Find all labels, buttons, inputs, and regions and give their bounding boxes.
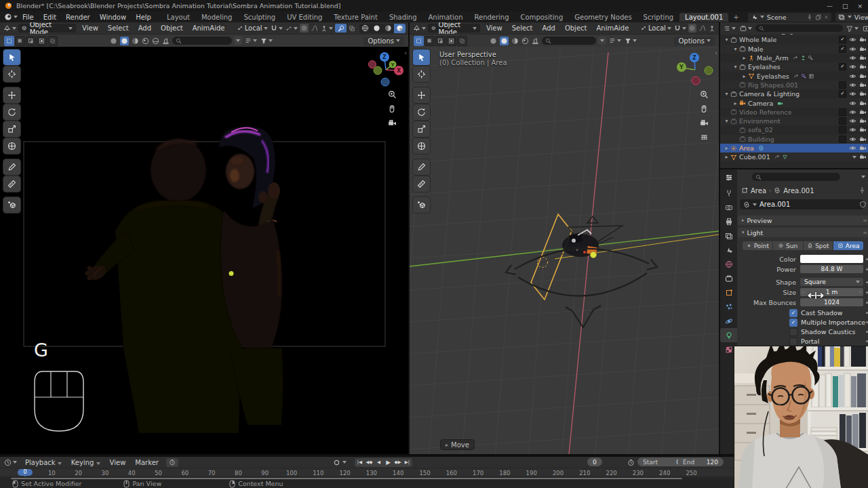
frame-end-field[interactable]: End120 (677, 458, 724, 466)
jump-end-button[interactable]: ▶| (403, 459, 412, 466)
disable-render-toggle[interactable] (859, 144, 867, 152)
unlink-scene-icon[interactable]: × (824, 14, 829, 20)
xray-toggle-icon[interactable] (348, 25, 356, 32)
hide-viewport-toggle[interactable] (849, 117, 856, 125)
timeline-menu-marker[interactable]: Marker (130, 459, 163, 466)
select-mode-invert[interactable] (446, 36, 456, 46)
tool-add-cube-button[interactable] (3, 197, 20, 213)
show-gizmo-icon[interactable] (708, 25, 716, 32)
jump-start-button[interactable]: |◀ (355, 459, 364, 466)
disclosure-closed-icon[interactable]: ▸ (723, 154, 730, 160)
tool-measure-button[interactable] (3, 176, 20, 192)
viewport-menu-select[interactable]: Select (507, 24, 538, 32)
outliner-item-male[interactable]: ▾Male✓ (720, 45, 868, 54)
outliner-filter-collection-dropdown[interactable] (739, 25, 753, 32)
tool-annotate-button[interactable] (413, 159, 430, 175)
pin-icon[interactable] (806, 14, 812, 20)
outliner-filter-icon[interactable] (846, 25, 859, 32)
preview-panel-header[interactable]: ▸Preview≡ (738, 216, 868, 225)
viewport-menu-animaide[interactable]: AnimAide (591, 24, 633, 32)
light-color-swatch[interactable] (800, 255, 863, 263)
disclosure-closed-icon[interactable]: ▸ (732, 100, 739, 106)
proportional-editing-icon[interactable] (300, 24, 309, 33)
view-object-types-dropdown[interactable] (608, 37, 622, 44)
editor-type-icon[interactable] (3, 459, 18, 466)
disclosure-open-icon[interactable]: ▾ (723, 91, 730, 97)
pan-hand-icon[interactable] (388, 104, 397, 113)
viewport-menu-select[interactable]: Select (103, 24, 134, 32)
properties-tab-particles[interactable] (720, 300, 737, 314)
workspace-tab-texture-paint[interactable]: Texture Paint (328, 13, 383, 22)
viewport-menu-object[interactable]: Object (156, 24, 188, 32)
menu-edit[interactable]: Edit (39, 14, 61, 21)
properties-tab-output[interactable] (720, 214, 737, 228)
hide-viewport-toggle[interactable] (849, 90, 856, 98)
tool-transform-button[interactable] (413, 138, 430, 154)
outliner-item-area[interactable]: ▸Area (720, 144, 868, 152)
workspace-tab-modeling[interactable]: Modeling (196, 13, 238, 22)
disable-render-toggle[interactable] (859, 63, 867, 70)
play-button[interactable]: ▶ (384, 459, 393, 466)
hide-viewport-toggle[interactable] (849, 73, 856, 80)
hide-viewport-toggle[interactable] (849, 36, 856, 43)
show-gizmo-icon[interactable] (320, 25, 334, 32)
disable-render-toggle[interactable] (859, 136, 867, 143)
viewport-rendered[interactable]: Object Mode ViewSelectAddObjectAnimAide … (0, 22, 410, 454)
data-name-field[interactable]: Area.001 (740, 199, 863, 209)
next-key-button[interactable]: ◆▶ (393, 459, 402, 466)
select-mode-subtract[interactable] (435, 36, 446, 46)
viewport-menu-view[interactable]: View (481, 24, 507, 32)
close-button[interactable]: × (857, 3, 863, 9)
viewport-menu-animaide[interactable]: AnimAide (188, 24, 230, 32)
snap-target-dropdown[interactable] (598, 37, 606, 45)
outliner-item-video-reference[interactable]: Video Reference (720, 108, 868, 117)
snap-magnet-icon[interactable] (270, 25, 283, 32)
tool-rotate-button[interactable] (413, 104, 430, 120)
properties-tab-collection[interactable] (720, 271, 737, 285)
light-type-point-button[interactable]: Point (743, 241, 772, 250)
view-object-types-dropdown[interactable] (244, 37, 258, 44)
disable-render-toggle[interactable] (859, 153, 867, 161)
editor-type-icon[interactable] (3, 24, 17, 32)
transform-orientation-dropdown[interactable]: Local (639, 24, 672, 32)
outliner-item-camera[interactable]: ▸Camera (720, 98, 868, 107)
pin-icon[interactable] (859, 187, 865, 194)
tool-annotate-button[interactable] (3, 159, 20, 175)
cast-shadow-checkbox[interactable]: ✓ (789, 309, 797, 317)
shading-sphere-options[interactable] (109, 37, 170, 45)
editor-type-icon[interactable] (412, 24, 427, 32)
power-field[interactable]: 84.8 W (800, 265, 863, 273)
collection-checkbox-unchecked[interactable] (839, 81, 846, 89)
sidebar-collapse-arrow[interactable]: ‹ (715, 49, 717, 56)
collection-checkbox-unchecked[interactable] (839, 136, 846, 143)
outliner-item-male-arm[interactable]: ▸Male_Arm (720, 54, 868, 62)
show-overlays-icon[interactable] (335, 24, 347, 33)
properties-tab-object-data[interactable] (720, 328, 737, 342)
tool-scale-button[interactable] (3, 121, 20, 137)
workspace-tab-compositing[interactable]: Compositing (515, 13, 569, 22)
camera-view-icon[interactable] (388, 119, 397, 127)
options-button[interactable]: Options (363, 37, 404, 45)
workspace-tab-layout[interactable]: Layout (161, 13, 195, 22)
new-collection-icon[interactable] (862, 24, 868, 32)
workspace-tab-shading[interactable]: Shading (384, 13, 422, 22)
portal-checkbox[interactable] (789, 338, 797, 346)
navigation-gizmo[interactable]: Z Y (674, 48, 716, 90)
tool-select-box-button[interactable] (3, 49, 20, 65)
viewport-solid[interactable]: Object Mode ViewSelectAddObjectAnimAide … (410, 22, 720, 454)
hide-viewport-toggle[interactable] (849, 63, 856, 70)
mode-selector[interactable]: Object Mode (18, 24, 76, 33)
filter-dropdown[interactable] (624, 37, 637, 44)
tool-transform-button[interactable] (3, 138, 20, 154)
light-panel-header[interactable]: ▾Light≡ (738, 228, 868, 237)
collection-checkbox-unchecked[interactable] (839, 108, 846, 116)
menu-file[interactable]: File (18, 14, 39, 21)
properties-options-chevron[interactable] (861, 176, 865, 178)
disclosure-closed-icon[interactable]: ▸ (723, 145, 730, 151)
tool-cursor-button[interactable] (413, 66, 430, 82)
minimize-button[interactable]: — (827, 3, 833, 9)
playback-sync-icon[interactable] (166, 458, 178, 467)
collection-checkbox-unchecked[interactable] (839, 117, 846, 125)
properties-tab-view-layer[interactable] (720, 228, 737, 243)
shading-material-button[interactable] (382, 24, 394, 33)
